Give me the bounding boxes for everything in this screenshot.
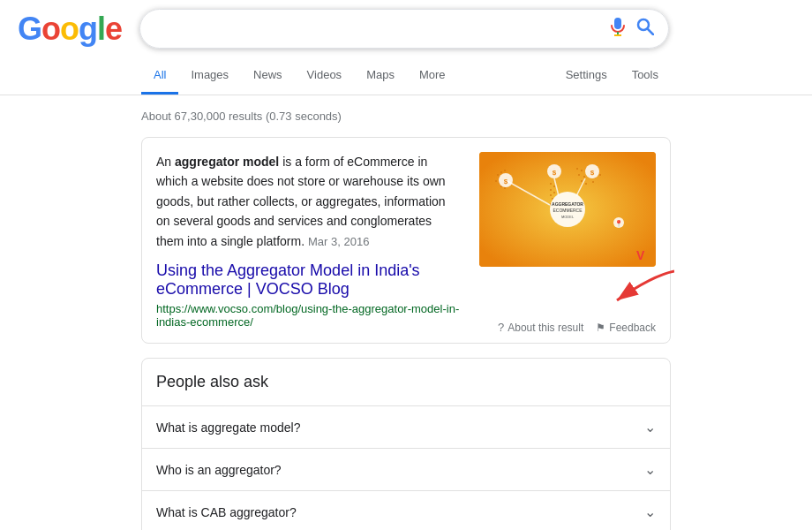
snippet-content: An aggregator model is a form of eCommer… [156,152,462,329]
svg-rect-40 [599,174,601,176]
search-bar: aggregator model [139,9,669,49]
microphone-icon[interactable] [610,17,626,41]
nav-bar: All Images News Videos Maps More Setting… [0,57,812,95]
snippet-image: AGGREGATOR ECOMMERCE MODEL $ $ $ 📍 V [479,152,656,267]
search-icon[interactable] [636,18,654,40]
svg-rect-24 [550,189,552,191]
snippet-link-section: Using the Aggregator Model in India's eC… [156,261,462,329]
red-arrow-annotation [599,267,674,309]
svg-rect-6 [497,174,499,176]
nav-item-news[interactable]: News [241,57,295,95]
nav-item-settings[interactable]: Settings [553,57,620,95]
svg-text:MODEL: MODEL [561,215,575,219]
search-input[interactable]: aggregator model [154,21,601,37]
search-icons [610,17,654,41]
snippet-description: An aggregator model is a form of eCommer… [156,152,462,251]
paa-title: People also ask [142,359,670,405]
svg-rect-7 [500,171,502,173]
svg-rect-31 [576,168,578,170]
svg-text:$: $ [553,169,557,177]
paa-question-2: Who is an aggregator? [156,463,282,477]
svg-text:$: $ [590,169,595,177]
logo-letter-g2: g [79,11,97,48]
svg-text:$: $ [504,178,508,186]
svg-rect-36 [578,174,580,176]
snippet-footer: ? About this result ⚑ Feedback [498,321,656,334]
results-count: About 67,30,000 results (0.73 seconds) [141,104,671,123]
nav-right: Settings Tools [553,57,671,95]
chevron-icon-3: ⌄ [644,504,656,520]
feedback-btn[interactable]: ⚑ Feedback [596,322,656,334]
bold-term: aggregator model [175,155,279,169]
about-label: About this result [508,322,583,334]
svg-rect-16 [504,187,506,189]
svg-text:📍: 📍 [614,219,623,228]
paa-item-2[interactable]: Who is an aggregator? ⌄ [142,448,670,490]
header: Google aggregator model [0,0,812,57]
feedback-icon: ⚑ [596,322,605,334]
svg-rect-23 [553,186,555,187]
nav-item-all[interactable]: All [141,57,178,95]
nav-item-tools[interactable]: Tools [620,57,671,95]
feedback-label: Feedback [609,322,656,334]
paa-question-3: What is CAB aggregator? [156,505,297,519]
svg-rect-12 [495,180,497,182]
snippet-map-image: AGGREGATOR ECOMMERCE MODEL $ $ $ 📍 V [479,152,656,267]
people-also-ask-section: People also ask What is aggregate model?… [141,358,671,530]
svg-rect-43 [592,181,594,183]
svg-rect-22 [550,183,552,185]
nav-item-maps[interactable]: Maps [354,57,407,95]
svg-rect-8 [504,170,506,171]
svg-text:V: V [636,248,645,262]
featured-snippet: An aggregator model is a form of eCommer… [141,137,671,344]
svg-rect-37 [583,176,585,178]
svg-rect-41 [581,180,583,182]
paa-item-3[interactable]: What is CAB aggregator? ⌄ [142,490,670,530]
logo-letter-o1: o [41,11,60,48]
logo-letter-e: e [105,11,122,48]
logo-letter-l: l [97,11,105,48]
nav-item-images[interactable]: Images [178,57,241,95]
logo-letter-g: G [18,11,41,48]
nav-item-more[interactable]: More [407,57,458,95]
svg-line-4 [648,29,653,34]
svg-rect-26 [550,194,552,196]
results-area: About 67,30,000 results (0.73 seconds) A… [0,95,812,530]
svg-rect-32 [581,170,583,171]
svg-rect-42 [585,183,587,185]
red-arrow-svg [599,267,674,307]
about-this-result[interactable]: ? About this result [498,321,583,334]
snippet-link-title[interactable]: Using the Aggregator Model in India's eC… [156,261,462,299]
logo-letter-o2: o [60,11,79,48]
snippet-link-url: https://www.vocso.com/blog/using-the-agg… [156,302,462,329]
svg-rect-0 [614,18,621,29]
svg-text:AGGREGATOR: AGGREGATOR [552,201,583,207]
google-logo[interactable]: Google [18,11,122,48]
paa-item-1[interactable]: What is aggregate model? ⌄ [142,405,670,448]
nav-item-videos[interactable]: Videos [295,57,355,95]
snippet-date: Mar 3, 2016 [308,235,369,248]
chevron-icon-1: ⌄ [644,419,656,435]
paa-question-1: What is aggregate model? [156,420,300,435]
svg-rect-25 [553,192,555,193]
svg-text:ECOMMERCE: ECOMMERCE [553,208,583,213]
question-icon: ? [498,321,504,334]
chevron-icon-2: ⌄ [644,461,656,478]
